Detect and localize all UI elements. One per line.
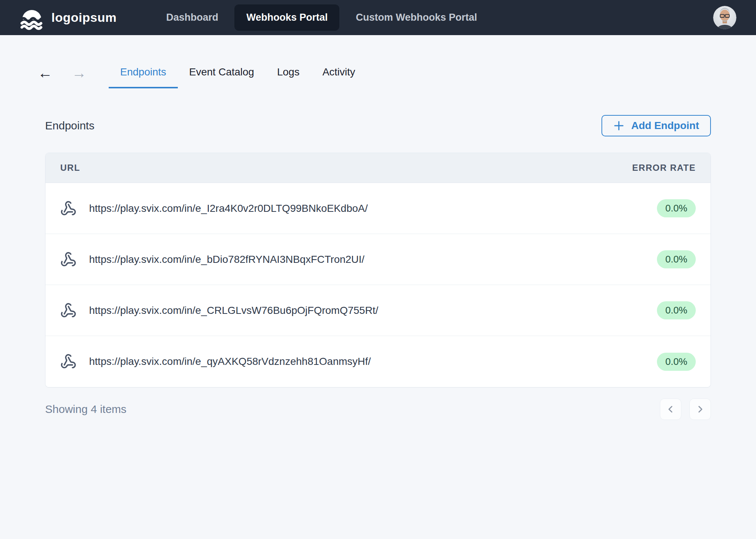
brand-name: logoipsum [51, 10, 116, 25]
tab-activity[interactable]: Activity [311, 57, 367, 88]
nav-link-dashboard[interactable]: Dashboard [154, 4, 230, 31]
main-content: Endpoints Add Endpoint URL ERROR RATE ht… [0, 115, 756, 420]
endpoint-url: https://play.svix.com/in/e_I2ra4K0v2r0DL… [89, 203, 368, 214]
add-endpoint-button[interactable]: Add Endpoint [601, 115, 711, 136]
navbar-links: Dashboard Webhooks Portal Custom Webhook… [154, 4, 489, 31]
page-header: Endpoints Add Endpoint [45, 115, 711, 136]
tab-endpoints[interactable]: Endpoints [109, 57, 178, 88]
endpoint-url: https://play.svix.com/in/e_CRLGLvsW76Bu6… [89, 305, 378, 316]
list-footer: Showing 4 items [45, 399, 711, 420]
tabs: Endpoints Event Catalog Logs Activity [109, 57, 367, 88]
column-header-error-rate: ERROR RATE [632, 163, 696, 173]
page-title: Endpoints [45, 119, 94, 132]
error-rate-badge: 0.0% [657, 250, 696, 268]
user-avatar[interactable] [713, 6, 736, 29]
column-header-url: URL [60, 163, 80, 173]
table-row[interactable]: https://play.svix.com/in/e_I2ra4K0v2r0DL… [45, 183, 711, 234]
portal-tabbar: ← → Endpoints Event Catalog Logs Activit… [0, 57, 756, 88]
tab-logs[interactable]: Logs [265, 57, 311, 88]
endpoint-url: https://play.svix.com/in/e_qyAXKQ58rVdzn… [89, 356, 371, 367]
nav-link-webhooks-portal[interactable]: Webhooks Portal [234, 4, 339, 31]
error-rate-badge: 0.0% [657, 353, 696, 371]
webhook-icon [60, 302, 77, 319]
pagination [660, 399, 711, 420]
webhook-icon [60, 200, 77, 217]
arrow-right-icon[interactable]: → [67, 57, 92, 88]
endpoint-url: https://play.svix.com/in/e_bDio782fRYNAI… [89, 254, 365, 265]
showing-items-text: Showing 4 items [45, 403, 126, 416]
brand[interactable]: logoipsum [20, 6, 116, 30]
webhook-icon [60, 353, 77, 370]
error-rate-badge: 0.0% [657, 199, 696, 217]
table-row[interactable]: https://play.svix.com/in/e_CRLGLvsW76Bu6… [45, 285, 711, 336]
chevron-left-icon [666, 404, 675, 414]
avatar-photo [713, 6, 736, 29]
webhooks-portal-page: logoipsum Dashboard Webhooks Portal Cust… [0, 0, 756, 539]
previous-page-button[interactable] [660, 399, 681, 420]
next-page-button[interactable] [689, 399, 711, 420]
plus-icon [613, 120, 624, 131]
tab-event-catalog[interactable]: Event Catalog [178, 57, 266, 88]
add-endpoint-label: Add Endpoint [631, 120, 699, 132]
table-header-row: URL ERROR RATE [45, 153, 711, 183]
nav-link-custom-webhooks-portal[interactable]: Custom Webhooks Portal [344, 4, 489, 31]
sun-waves-logo-icon [20, 6, 44, 30]
arrow-left-icon[interactable]: ← [33, 57, 58, 88]
table-row[interactable]: https://play.svix.com/in/e_qyAXKQ58rVdzn… [45, 336, 711, 387]
endpoints-table: URL ERROR RATE https://play.svix.com/in/… [45, 153, 711, 387]
chevron-right-icon [695, 404, 705, 414]
top-navbar: logoipsum Dashboard Webhooks Portal Cust… [0, 0, 756, 35]
error-rate-badge: 0.0% [657, 301, 696, 319]
webhook-icon [60, 251, 77, 268]
table-row[interactable]: https://play.svix.com/in/e_bDio782fRYNAI… [45, 234, 711, 285]
